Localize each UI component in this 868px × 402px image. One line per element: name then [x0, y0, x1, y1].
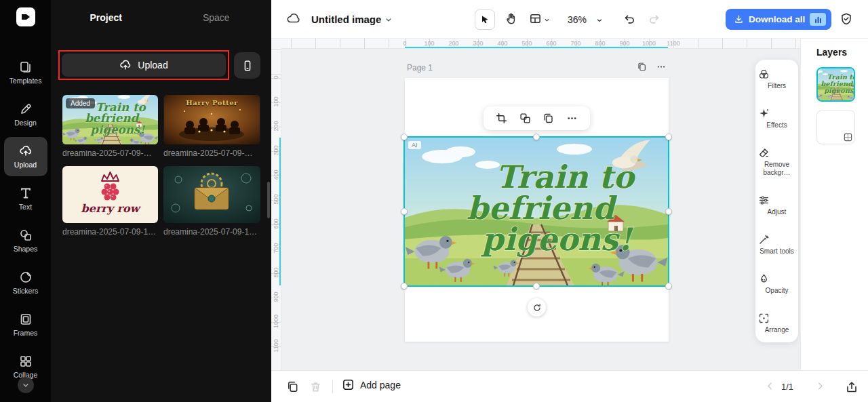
page-label[interactable]: Page 1: [407, 63, 433, 73]
asset-caption: dreamina-2025-07-09-…: [163, 148, 260, 158]
berry-row-logo-text: berry row: [62, 202, 158, 215]
pigeons-artwork: [405, 138, 668, 285]
undo-button[interactable]: [623, 13, 636, 26]
rotate-handle[interactable]: [528, 298, 546, 317]
crop-icon[interactable]: [496, 113, 507, 124]
shield-check-icon[interactable]: [840, 12, 853, 26]
upload-panel: Project Space Upload Added Harry Potter: [51, 0, 271, 402]
add-page-icon: [342, 378, 355, 391]
asset-thumbnail-steampunk[interactable]: [163, 166, 260, 223]
ai-badge: AI: [408, 141, 421, 149]
resize-handle-s[interactable]: [533, 283, 540, 289]
resize-handle-w[interactable]: [401, 208, 408, 215]
page-more-icon[interactable]: [656, 62, 667, 72]
rotate-icon: [532, 303, 542, 313]
asset-thumbnail-berry-row[interactable]: berry row: [62, 166, 158, 223]
hand-tool-button[interactable]: [505, 12, 517, 25]
vertical-ruler: 010020030040050060070080090010001100: [271, 49, 281, 370]
asset-thumbnail-pigeons[interactable]: Added: [62, 95, 158, 144]
layers-title: Layers: [816, 47, 847, 58]
resize-handle-nw[interactable]: [401, 134, 408, 140]
more-icon[interactable]: [566, 113, 578, 124]
sidebar-collapse-button[interactable]: [18, 377, 34, 393]
shapes-icon: [19, 228, 33, 242]
filters-button[interactable]: Filters: [758, 68, 796, 90]
adjust-button[interactable]: Adjust: [758, 195, 796, 216]
duplicate-page-button[interactable]: [286, 380, 299, 393]
wizards-logo-text: Harry Potter: [163, 99, 260, 106]
upload-button-label: Upload: [138, 60, 167, 71]
upload-from-phone-button[interactable]: [234, 52, 260, 79]
tab-space[interactable]: Space: [161, 12, 272, 23]
sidebar-item-stickers[interactable]: Stickers: [4, 263, 47, 302]
upload-highlight-box: Upload: [58, 50, 229, 80]
zoom-level[interactable]: 36%: [568, 14, 587, 25]
adjust-icon: [758, 195, 796, 206]
previous-page-button[interactable]: [764, 380, 776, 392]
sidebar-nav: Templates Design Upload Text Shapes Stic…: [0, 53, 51, 389]
panel-scrollbar[interactable]: [267, 182, 270, 218]
transparency-icon: [844, 133, 852, 142]
effects-button[interactable]: Effects: [758, 108, 796, 129]
effects-icon: [758, 108, 796, 119]
sidebar-item-label: Upload: [14, 161, 37, 169]
sidebar-item-text[interactable]: Text: [4, 179, 47, 218]
selected-image-layer[interactable]: AI: [405, 138, 668, 285]
frames-icon: [19, 313, 33, 326]
divider: [332, 380, 333, 393]
sidebar-item-upload[interactable]: Upload: [4, 137, 47, 176]
credits-chip: [810, 13, 826, 26]
resize-handle-se[interactable]: [665, 283, 672, 289]
sidebar-item-frames[interactable]: Frames: [4, 305, 47, 344]
delete-page-button[interactable]: [309, 380, 322, 393]
download-all-label: Download all: [749, 14, 805, 24]
title-chevron-down-icon[interactable]: [384, 16, 393, 24]
duplicate-icon[interactable]: [542, 113, 554, 124]
templates-icon: [19, 60, 33, 74]
sidebar-item-label: Stickers: [13, 287, 38, 295]
canvas-size-chevron-icon[interactable]: [544, 17, 550, 23]
added-badge: Added: [66, 98, 95, 108]
layer-item-background[interactable]: [816, 110, 855, 144]
panel-tabs: Project Space: [51, 12, 271, 23]
remove-background-button[interactable]: Remove backgr…: [758, 147, 796, 176]
next-page-button[interactable]: [814, 380, 826, 392]
replace-image-icon[interactable]: [519, 113, 531, 124]
image-context-toolbar: [484, 106, 590, 130]
app-window: Train to befriend pigeons! Templates Des…: [0, 0, 868, 402]
primary-sidebar: Templates Design Upload Text Shapes Stic…: [0, 0, 51, 402]
canvas-area[interactable]: 010020030040050060070080090010001100 010…: [271, 39, 800, 370]
smart-tools-button[interactable]: Smart tools: [758, 234, 796, 256]
upload-button[interactable]: Upload: [62, 54, 226, 77]
image-tools-rail: Filters Effects Remove backgr… Adjust Sm…: [755, 60, 798, 342]
arrange-button[interactable]: Arrange: [758, 313, 796, 334]
canvas-size-button[interactable]: [529, 12, 542, 25]
resize-handle-n[interactable]: [533, 134, 540, 140]
duplicate-page-icon[interactable]: [637, 62, 647, 72]
resize-handle-ne[interactable]: [665, 134, 672, 140]
app-logo[interactable]: [16, 7, 36, 27]
zoom-chevron-icon[interactable]: [596, 17, 603, 24]
sidebar-item-design[interactable]: Design: [4, 95, 47, 134]
remove-background-icon: [758, 147, 796, 159]
add-page-button[interactable]: Add page: [342, 378, 401, 391]
export-button[interactable]: [845, 380, 859, 394]
opacity-button[interactable]: Opacity: [758, 273, 796, 295]
ruler-corner: [271, 39, 281, 49]
horizontal-ruler: 010020030040050060070080090010001100: [271, 39, 800, 49]
asset-thumbnail-wizards[interactable]: Harry Potter: [163, 95, 260, 144]
select-tool-button[interactable]: [475, 9, 495, 30]
phone-icon: [241, 60, 254, 72]
redo-button[interactable]: [648, 13, 660, 26]
resize-handle-sw[interactable]: [401, 283, 408, 289]
steampunk-artwork-preview: [163, 166, 260, 223]
download-all-button[interactable]: Download all: [726, 9, 831, 30]
bottom-bar: Add page 1/1: [271, 370, 868, 402]
sidebar-item-templates[interactable]: Templates: [4, 53, 47, 92]
resize-handle-e[interactable]: [665, 208, 672, 215]
tab-project[interactable]: Project: [51, 12, 161, 23]
document-title[interactable]: Untitled image: [311, 14, 381, 25]
sidebar-item-label: Templates: [9, 77, 42, 85]
layer-item-pigeons[interactable]: [816, 67, 855, 102]
sidebar-item-shapes[interactable]: Shapes: [4, 221, 47, 260]
